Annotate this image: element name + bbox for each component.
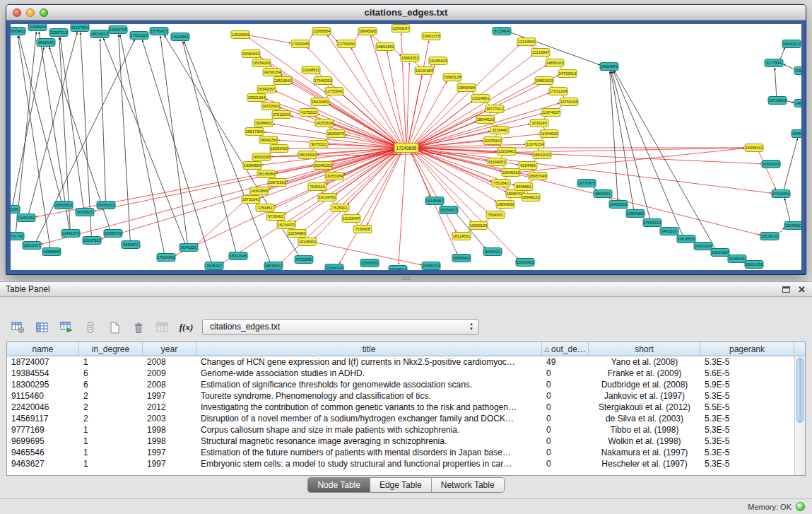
- table-row[interactable]: 1872400712008Changes of HCN gene express…: [7, 356, 794, 368]
- graph-node[interactable]: 18039212: [90, 30, 109, 38]
- graph-node[interactable]: 12543197: [392, 25, 410, 33]
- table-cell[interactable]: 1: [79, 356, 143, 368]
- row-settings-button[interactable]: [81, 318, 100, 337]
- table-row[interactable]: 946554611997Estimation of the future num…: [7, 447, 794, 458]
- graph-node[interactable]: 11544620: [540, 130, 558, 138]
- graph-node[interactable]: 15958432: [745, 144, 763, 152]
- graph-node[interactable]: 7536408: [353, 226, 372, 233]
- graph-node[interactable]: 10925403: [516, 259, 534, 267]
- graph-node[interactable]: 16157854: [71, 24, 89, 32]
- show-columns-button[interactable]: [33, 318, 52, 337]
- graph-node[interactable]: 7525401: [331, 204, 349, 212]
- table-vertical-scrollbar[interactable]: [794, 356, 805, 475]
- tab-network-table[interactable]: Network Table: [432, 478, 504, 492]
- table-cell[interactable]: Investigating the contribution of common…: [196, 402, 542, 413]
- window-titlebar[interactable]: citations_edges.txt: [6, 5, 806, 21]
- table-cell[interactable]: Hescheler et al. (1997): [589, 458, 700, 469]
- graph-node[interactable]: 18957046: [529, 173, 547, 180]
- graph-node[interactable]: 18124531: [452, 233, 471, 240]
- splitter-handle[interactable]: [402, 276, 411, 280]
- table-cell[interactable]: 0: [542, 402, 589, 413]
- column-header-title[interactable]: title: [196, 342, 542, 356]
- table-cell[interactable]: 9115460: [7, 390, 79, 402]
- column-header-short[interactable]: short: [589, 342, 700, 356]
- graph-node[interactable]: 19384554: [243, 162, 261, 170]
- table-cell[interactable]: 5.5E-5: [700, 402, 794, 413]
- table-cell[interactable]: 1997: [143, 447, 196, 458]
- table-cell[interactable]: Tibbo et al. (1998): [589, 424, 700, 436]
- graph-node[interactable]: 12610127: [23, 242, 41, 250]
- graph-node[interactable]: 19565432: [11, 28, 25, 35]
- graph-node[interactable]: 17924340: [157, 254, 175, 262]
- graph-node[interactable]: 22408531: [302, 66, 320, 74]
- graph-node[interactable]: 19084531: [254, 119, 273, 127]
- table-cell[interactable]: 6: [79, 379, 143, 390]
- graph-node[interactable]: 7525310: [308, 183, 326, 191]
- graph-node[interactable]: 17604210: [643, 219, 661, 227]
- table-cell[interactable]: 49: [542, 356, 589, 368]
- graph-node[interactable]: 17240695: [394, 144, 418, 153]
- graph-node[interactable]: 17540293: [314, 77, 332, 85]
- table-row[interactable]: 969969511998Structural magnetic resonanc…: [7, 436, 794, 447]
- graph-node[interactable]: 19145302: [298, 238, 317, 246]
- table-cell[interactable]: 2003: [143, 413, 196, 424]
- table-cell[interactable]: 14569117: [7, 413, 79, 424]
- graph-node[interactable]: 10460252: [17, 214, 35, 222]
- graph-node[interactable]: 20354704: [325, 264, 343, 271]
- graph-node[interactable]: 18041253: [259, 136, 278, 144]
- graph-node[interactable]: 15254033: [440, 206, 458, 214]
- table-row[interactable]: 2242004622012Investigating the contribut…: [7, 402, 794, 413]
- table-cell[interactable]: Stergiakouli et al. (2012): [589, 402, 700, 413]
- table-cell[interactable]: 0: [542, 379, 589, 390]
- zoom-window-button[interactable]: [40, 8, 48, 17]
- graph-node[interactable]: 18031542: [298, 151, 317, 159]
- graph-node[interactable]: 10197533: [83, 237, 101, 245]
- graph-node[interactable]: 8125404: [493, 28, 511, 35]
- table-cell[interactable]: Estimation of significance thresholds fo…: [196, 379, 542, 390]
- table-cell[interactable]: 18300295: [7, 379, 79, 390]
- graph-node[interactable]: 11548108: [794, 67, 801, 75]
- graph-node[interactable]: 9360672: [122, 241, 140, 249]
- table-cell[interactable]: Estimation of the future numbers of pati…: [196, 447, 542, 458]
- table-cell[interactable]: Yano et al. (2008): [589, 356, 700, 368]
- graph-node[interactable]: 25136084: [257, 170, 276, 178]
- table-cell[interactable]: 5.3E-5: [700, 458, 794, 469]
- graph-node[interactable]: 21624951: [471, 95, 490, 103]
- table-cell[interactable]: 2: [79, 413, 143, 424]
- graph-node[interactable]: 3216440: [490, 127, 509, 134]
- graph-node[interactable]: 16940212: [782, 40, 801, 48]
- graph-node[interactable]: 14845093: [794, 100, 801, 107]
- delete-table-button[interactable]: [129, 318, 148, 337]
- graph-node[interactable]: 3216140: [530, 119, 548, 127]
- close-window-button[interactable]: [13, 8, 21, 17]
- graph-node[interactable]: 18300295: [252, 153, 271, 161]
- graph-node[interactable]: 16845093: [358, 28, 377, 35]
- graph-node[interactable]: 14850163: [546, 59, 564, 67]
- graph-node[interactable]: 16164052: [488, 158, 506, 166]
- table-cell[interactable]: Embryonic stem cells: a model to study s…: [196, 458, 542, 469]
- graph-node[interactable]: 27511204: [272, 111, 290, 119]
- table-settings-button[interactable]: [8, 318, 28, 337]
- graph-node[interactable]: 20587219: [49, 29, 68, 37]
- graph-node[interactable]: 12754031: [337, 40, 355, 48]
- graph-node[interactable]: 16253075: [326, 130, 345, 138]
- table-cell[interactable]: 2012: [143, 402, 196, 413]
- new-table-button[interactable]: [105, 318, 124, 337]
- table-cell[interactable]: 1998: [143, 424, 196, 436]
- graph-node[interactable]: 24853103: [535, 77, 553, 85]
- column-header-in_degree[interactable]: in_degree: [79, 342, 143, 356]
- graph-node[interactable]: 18420951: [311, 98, 329, 106]
- graph-node[interactable]: 15093420: [270, 145, 288, 153]
- graph-node[interactable]: 9721545: [295, 256, 313, 264]
- graph-node[interactable]: 12753041: [325, 88, 343, 95]
- graph-node[interactable]: 22068354: [312, 28, 331, 35]
- table-cell[interactable]: 2: [79, 402, 143, 413]
- table-cell[interactable]: 0: [542, 413, 589, 424]
- graph-node[interactable]: 12045331: [784, 222, 801, 230]
- table-cell[interactable]: 9463627: [7, 458, 79, 469]
- graph-node[interactable]: 24200154: [263, 69, 281, 76]
- table-cell[interactable]: 5.3E-5: [700, 424, 794, 436]
- table-cell[interactable]: 5.6E-5: [700, 368, 794, 379]
- table-cell[interactable]: 1: [79, 447, 143, 458]
- graph-node[interactable]: 14988805: [42, 248, 61, 256]
